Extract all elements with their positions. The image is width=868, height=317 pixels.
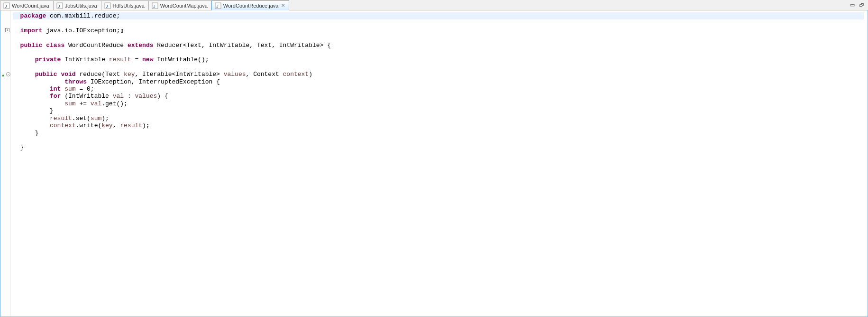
svg-text:J: J	[106, 4, 108, 9]
maximize-icon[interactable]	[859, 1, 865, 7]
result-ref: result	[50, 115, 72, 122]
param-key: key	[124, 71, 135, 78]
fold-collapse-icon[interactable]: -	[6, 72, 10, 76]
editor-tab-bar: J WordCount.java J JobsUtils.java J Hdfs…	[0, 0, 868, 10]
kw-class: class	[46, 42, 64, 49]
for-open: (IntWritable	[61, 93, 112, 100]
editor-gutter[interactable]: + ▴ -	[0, 10, 11, 317]
kw-extends: extends	[128, 42, 154, 49]
import-name: java.io.IOException;	[42, 27, 120, 34]
brace-close-1: }	[50, 107, 54, 114]
field-type: IntWritable	[61, 56, 109, 63]
get-call: .get();	[101, 100, 128, 107]
close-icon[interactable]: ✕	[281, 3, 285, 8]
svg-text:J: J	[216, 4, 219, 9]
write-key: key	[101, 122, 112, 129]
tab-label: JobsUtils.java	[65, 3, 97, 9]
write-b: );	[142, 122, 150, 129]
sum-name: sum	[61, 85, 75, 93]
sum-rest: = 0;	[76, 85, 94, 93]
svg-text:J: J	[153, 4, 155, 9]
tab-wordcount[interactable]: J WordCount.java	[0, 0, 54, 10]
field-name: result	[109, 56, 131, 63]
brace-close-2: }	[35, 130, 39, 137]
tab-label: WordCountMap.java	[160, 3, 208, 9]
kw-void: void	[61, 71, 75, 78]
set-b: );	[101, 115, 109, 122]
java-file-icon: J	[152, 2, 158, 9]
param-context: context	[283, 71, 309, 78]
tab-label: HdfsUtils.java	[113, 3, 145, 9]
p-comma1: , Iterable<IntWritable>	[135, 71, 223, 78]
tab-hdfsutils[interactable]: J HdfsUtils.java	[101, 0, 149, 10]
set-arg: sum	[91, 115, 101, 122]
ide-workbench: J WordCount.java J JobsUtils.java J Hdfs…	[0, 0, 868, 317]
override-marker-icon[interactable]: ▴	[2, 72, 4, 77]
brace-close-3: }	[20, 144, 24, 151]
for-colon: :	[124, 93, 135, 100]
kw-public: public	[20, 42, 43, 49]
code-editor[interactable]: package com.maxbill.reduce; import java.…	[11, 10, 868, 317]
param-values: values	[224, 71, 246, 78]
svg-text:J: J	[5, 4, 7, 9]
tab-label: WordCountReduce.java	[223, 3, 279, 9]
throws-rest: IOException, InterruptedException {	[87, 78, 220, 85]
context-ref: context	[50, 122, 76, 129]
svg-text:J: J	[58, 4, 60, 9]
tab-jobsutils[interactable]: J JobsUtils.java	[53, 0, 101, 10]
java-file-icon: J	[215, 2, 221, 9]
kw-throws: throws	[64, 78, 87, 85]
editor-area: + ▴ - package com.maxbill.reduce; import…	[0, 10, 868, 317]
kw-public2: public	[35, 71, 57, 78]
set-a: .set(	[72, 115, 91, 122]
fold-expand-icon[interactable]: +	[5, 28, 9, 32]
kw-import: import	[20, 27, 43, 34]
for-iter: values	[135, 93, 157, 100]
field-eq: =	[131, 56, 142, 63]
p-comma2: , Context	[246, 71, 283, 78]
java-file-icon: J	[3, 2, 10, 9]
java-file-icon: J	[56, 2, 63, 9]
kw-private: private	[35, 56, 61, 63]
extends-rest: Reducer<Text, IntWritable, Text, IntWrit…	[153, 42, 330, 49]
kw-new: new	[142, 56, 153, 63]
write-res: result	[120, 122, 142, 129]
method-name: reduce(Text	[76, 71, 124, 78]
class-name: WordCountReduce	[64, 42, 128, 49]
kw-int: int	[50, 85, 61, 93]
kw-for: for	[50, 93, 61, 100]
pluseq: +=	[76, 100, 91, 107]
field-ctor: IntWritable();	[153, 56, 209, 63]
kw-package: package	[20, 12, 46, 19]
minimize-icon[interactable]	[850, 1, 856, 7]
tab-wordcountmap[interactable]: J WordCountMap.java	[148, 0, 212, 10]
write-sep: ,	[113, 122, 120, 129]
for-close: ) {	[157, 93, 168, 100]
tab-label: WordCount.java	[12, 3, 49, 9]
package-name: com.maxbill.reduce;	[46, 12, 120, 19]
tab-wordcountreduce[interactable]: J WordCountReduce.java ✕	[211, 0, 290, 10]
val-ref: val	[91, 100, 101, 107]
java-file-icon: J	[104, 2, 111, 9]
write-a: .write(	[76, 122, 102, 129]
sum-ref: sum	[64, 100, 75, 107]
for-var: val	[113, 93, 124, 100]
p-close: )	[309, 71, 312, 78]
